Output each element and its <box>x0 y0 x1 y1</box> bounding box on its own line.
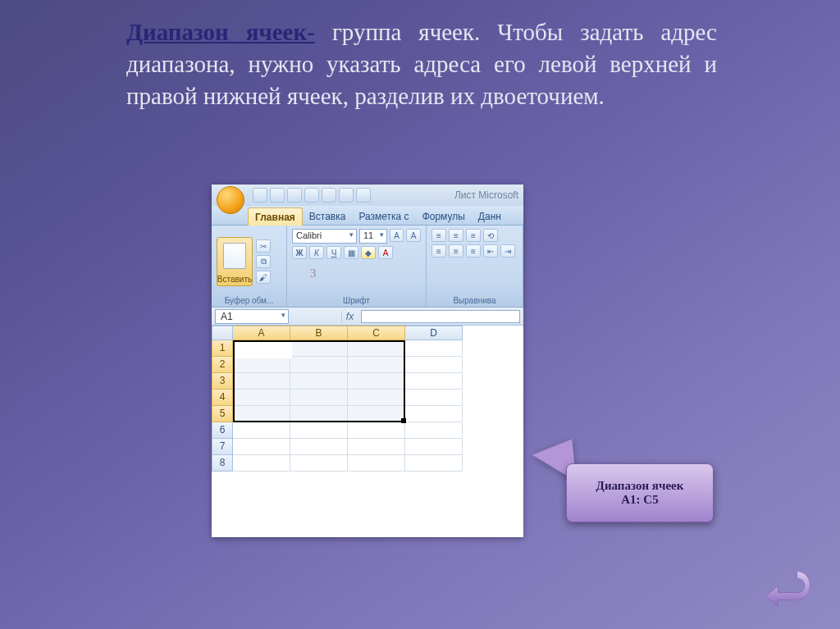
cell[interactable] <box>405 439 463 455</box>
callout-range-label: Диапазон ячеек А1: С5 <box>566 463 714 522</box>
bold-button[interactable]: Ж <box>292 246 307 259</box>
row-header[interactable]: 6 <box>212 422 233 439</box>
cell[interactable] <box>405 340 463 357</box>
cell[interactable] <box>290 455 348 472</box>
qat-undo-icon[interactable] <box>270 188 285 203</box>
row-header[interactable]: 4 <box>212 390 233 406</box>
cell[interactable] <box>405 406 463 422</box>
cell[interactable] <box>348 455 405 472</box>
align-middle-icon[interactable]: ≡ <box>449 229 463 242</box>
cell[interactable] <box>233 455 290 472</box>
italic-button[interactable]: К <box>309 246 324 259</box>
align-center-icon[interactable]: ≡ <box>449 244 463 258</box>
table-row: 6 <box>212 422 523 439</box>
row-header[interactable]: 2 <box>212 357 233 373</box>
group-label: Буфер обм... <box>217 294 281 305</box>
table-row: 5 <box>212 406 523 422</box>
cell[interactable] <box>348 406 405 422</box>
tab-home[interactable]: Главная <box>248 207 303 226</box>
cell[interactable] <box>348 373 405 390</box>
col-header[interactable]: B <box>290 326 348 340</box>
cell[interactable] <box>233 373 290 390</box>
table-row: 4 <box>212 390 523 406</box>
group-label: Выравнива <box>431 294 518 305</box>
cell[interactable] <box>405 357 463 373</box>
formula-input[interactable] <box>361 310 520 323</box>
term: Диапазон ячеек- <box>126 19 315 45</box>
increase-indent-icon[interactable]: ⇥ <box>500 244 515 258</box>
tab-formulas[interactable]: Формулы <box>416 207 472 225</box>
cell[interactable] <box>348 340 405 357</box>
cell[interactable] <box>348 439 405 455</box>
col-header[interactable]: C <box>348 326 405 340</box>
cell[interactable] <box>290 406 348 422</box>
cell[interactable] <box>290 390 348 406</box>
cell[interactable] <box>405 422 463 439</box>
qat-btn[interactable] <box>304 188 319 203</box>
cut-icon[interactable]: ✂ <box>256 239 271 253</box>
slide: Диапазон ячеек- группа ячеек. Чтобы зада… <box>0 0 840 629</box>
align-right-icon[interactable]: ≡ <box>466 244 481 258</box>
row-header[interactable]: 1 <box>212 340 233 357</box>
tab-insert[interactable]: Вставка <box>303 207 353 225</box>
back-button[interactable] <box>765 572 810 606</box>
callout-line1: Диапазон ячеек <box>596 479 684 493</box>
select-all-corner[interactable] <box>212 326 233 340</box>
fx-icon[interactable]: fx <box>341 311 358 322</box>
font-color-icon[interactable]: A <box>378 246 393 259</box>
row-header[interactable]: 7 <box>212 439 233 455</box>
qat-save-icon[interactable] <box>253 188 267 203</box>
cell[interactable] <box>290 357 348 373</box>
cell[interactable] <box>233 390 290 406</box>
row-header[interactable]: 8 <box>212 455 233 472</box>
grow-font-icon[interactable]: A <box>390 229 404 242</box>
border-icon[interactable]: ▦ <box>344 246 358 259</box>
col-header[interactable]: A <box>233 326 290 340</box>
qat-btn[interactable] <box>356 188 371 203</box>
cell[interactable] <box>233 406 290 422</box>
paste-button[interactable]: Вставить <box>217 237 253 286</box>
qat-btn[interactable] <box>339 188 354 203</box>
align-left-icon[interactable]: ≡ <box>431 244 446 258</box>
font-size-combo[interactable]: 11 <box>359 229 387 244</box>
qat-btn[interactable] <box>322 188 336 203</box>
cell[interactable] <box>233 340 290 357</box>
cell[interactable] <box>348 357 405 373</box>
qat-redo-icon[interactable] <box>287 188 302 203</box>
callout-line2: А1: С5 <box>621 493 658 507</box>
cell[interactable] <box>348 390 405 406</box>
tab-data[interactable]: Данн <box>472 207 508 225</box>
cell[interactable] <box>290 340 348 357</box>
copy-icon[interactable]: ⧉ <box>256 255 271 268</box>
definition-text: Диапазон ячеек- группа ячеек. Чтобы зада… <box>126 16 717 112</box>
align-top-icon[interactable]: ≡ <box>431 229 446 242</box>
col-header[interactable]: D <box>405 326 463 340</box>
fill-color-icon[interactable]: ◆ <box>361 246 376 259</box>
tab-layout[interactable]: Разметка с <box>352 207 415 225</box>
ribbon-tabs: Главная Вставка Разметка с Формулы Данн <box>212 206 523 226</box>
cell[interactable] <box>405 390 463 406</box>
decrease-indent-icon[interactable]: ⇤ <box>483 244 498 258</box>
worksheet-grid[interactable]: A B C D 12345678 <box>212 326 523 472</box>
cell[interactable] <box>233 439 290 455</box>
office-button-icon[interactable] <box>217 186 244 214</box>
return-arrow-icon <box>765 572 810 606</box>
cell[interactable] <box>233 357 290 373</box>
font-name-combo[interactable]: Calibri <box>292 229 357 244</box>
format-painter-icon[interactable]: 🖌 <box>256 271 271 284</box>
row-header[interactable]: 3 <box>212 373 233 390</box>
cell[interactable] <box>290 373 348 390</box>
group-clipboard: Вставить ✂ ⧉ 🖌 Буфер обм... <box>212 226 287 307</box>
cell[interactable] <box>290 439 348 455</box>
shrink-font-icon[interactable]: A <box>406 229 421 242</box>
cell[interactable] <box>405 455 463 472</box>
cell[interactable] <box>348 422 405 439</box>
align-bottom-icon[interactable]: ≡ <box>466 229 481 242</box>
cell[interactable] <box>233 422 290 439</box>
cell[interactable] <box>290 422 348 439</box>
name-box[interactable]: A1 <box>215 309 289 324</box>
row-header[interactable]: 5 <box>212 406 233 422</box>
underline-button[interactable]: Ч <box>326 246 341 259</box>
orientation-icon[interactable]: ⟲ <box>483 229 498 242</box>
cell[interactable] <box>405 373 463 390</box>
